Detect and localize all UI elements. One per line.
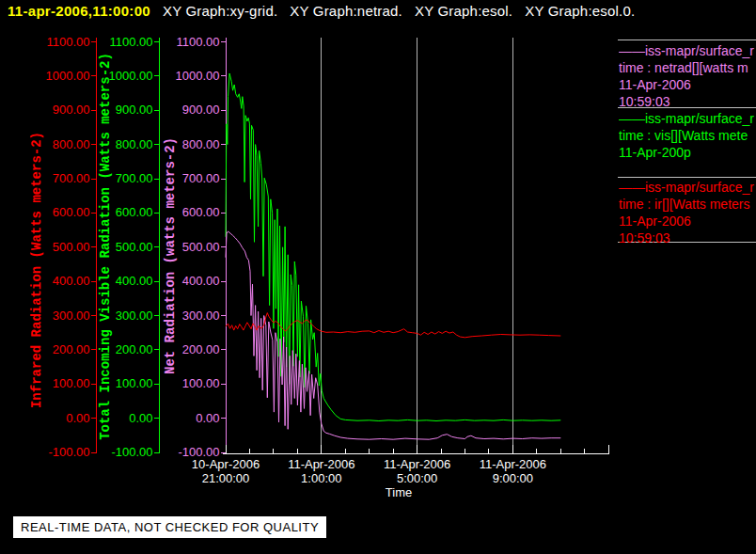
legend-line: 10:59:03 bbox=[619, 93, 756, 110]
y-tick-net: 700.00 bbox=[154, 171, 220, 185]
legend-line: ——iss-mapr/surface_r bbox=[619, 110, 756, 127]
y-tick-infrared: 1100.00 bbox=[24, 35, 90, 49]
legend-line: time : ir[][Watts meters bbox=[619, 196, 756, 213]
y-tick-net: 800.00 bbox=[154, 137, 220, 151]
y-tick-infrared: 500.00 bbox=[24, 240, 90, 254]
legend-line: time : vis[][Watts mete bbox=[619, 127, 756, 144]
y-tick-net: 900.00 bbox=[154, 103, 220, 117]
y-tick-infrared: 800.00 bbox=[24, 137, 90, 151]
y-tick-net: 200.00 bbox=[154, 342, 220, 356]
legend-line: time : netrad[][watts m bbox=[619, 59, 756, 76]
y-tick-net: 1000.00 bbox=[154, 69, 220, 83]
y-tick-net: 100.00 bbox=[154, 376, 220, 390]
x-tick-label: 11-Apr-20069:00:00 bbox=[461, 457, 564, 485]
y-tick-infrared: 0.00 bbox=[24, 411, 90, 425]
x-tick-label: 11-Apr-20065:00:00 bbox=[366, 457, 469, 485]
y-tick-visible: 500.00 bbox=[87, 240, 153, 254]
y-tick-net: 1100.00 bbox=[154, 35, 220, 49]
legend-line: 11-Apr-2006 bbox=[619, 76, 756, 93]
trace-net bbox=[226, 231, 560, 439]
y-tick-visible: 0.00 bbox=[87, 411, 153, 425]
legend-divider bbox=[618, 40, 756, 40]
y-tick-visible: 1100.00 bbox=[87, 35, 153, 49]
y-tick-visible: 700.00 bbox=[87, 171, 153, 185]
y-tick-infrared: 100.00 bbox=[24, 376, 90, 390]
legend-line: 10:59:03 bbox=[619, 230, 756, 246]
legend-line: 11-Apr-200p bbox=[619, 144, 756, 161]
legend-line: ——iss-mapr/surface_r bbox=[619, 42, 756, 59]
legend-entry-0[interactable]: ——iss-mapr/surface_rtime : netrad[][watt… bbox=[619, 42, 756, 110]
y-tick-infrared: 900.00 bbox=[24, 103, 90, 117]
y-tick-infrared: -100.00 bbox=[24, 445, 90, 459]
y-tick-visible: 400.00 bbox=[87, 274, 153, 288]
y-tick-net: 400.00 bbox=[154, 274, 220, 288]
y-tick-net: 600.00 bbox=[154, 205, 220, 219]
y-tick-visible: 100.00 bbox=[87, 376, 153, 390]
y-tick-infrared: 600.00 bbox=[24, 205, 90, 219]
y-tick-infrared: 300.00 bbox=[24, 309, 90, 323]
y-tick-net: 500.00 bbox=[154, 240, 220, 254]
y-tick-visible: 900.00 bbox=[87, 103, 153, 117]
legend-line bbox=[619, 161, 756, 178]
x-axis-title: Time bbox=[370, 485, 427, 499]
legend-entry-2[interactable]: ——iss-mapr/surface_rtime : ir[][Watts me… bbox=[619, 179, 756, 246]
y-tick-infrared: 200.00 bbox=[24, 342, 90, 356]
y-tick-visible: 600.00 bbox=[87, 205, 153, 219]
quality-notice: REAL-TIME DATA, NOT CHECKED FOR QUALITY bbox=[13, 516, 326, 538]
quality-notice-text: REAL-TIME DATA, NOT CHECKED FOR QUALITY bbox=[21, 520, 319, 534]
y-tick-visible: 200.00 bbox=[87, 342, 153, 356]
y-tick-visible: 1000.00 bbox=[87, 69, 153, 83]
y-tick-visible: -100.00 bbox=[87, 445, 153, 459]
legend-line: ——iss-mapr/surface_r bbox=[619, 179, 756, 196]
y-tick-visible: 800.00 bbox=[87, 137, 153, 151]
x-tick-label: 11-Apr-20061:00:00 bbox=[270, 457, 373, 485]
y-tick-visible: 300.00 bbox=[87, 309, 153, 323]
y-tick-net: 0.00 bbox=[154, 411, 220, 425]
trace-total bbox=[226, 73, 560, 421]
xy-graph-window: 11-apr-2006,11:00:00XY Graph:xy-grid.XY … bbox=[0, 0, 756, 554]
y-tick-infrared: 400.00 bbox=[24, 274, 90, 288]
y-tick-net: 300.00 bbox=[154, 309, 220, 323]
legend-entry-1[interactable]: ——iss-mapr/surface_rtime : vis[][Watts m… bbox=[619, 110, 756, 178]
legend-line: 11-Apr-2006 bbox=[619, 213, 756, 230]
x-tick-label: 10-Apr-200621:00:00 bbox=[174, 457, 277, 485]
y-tick-infrared: 1000.00 bbox=[24, 69, 90, 83]
y-tick-infrared: 700.00 bbox=[24, 171, 90, 185]
